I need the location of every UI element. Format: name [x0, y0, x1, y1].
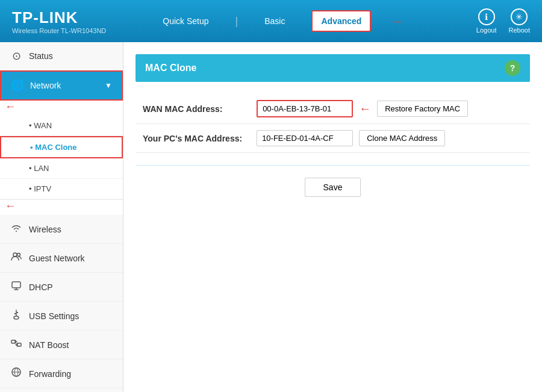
sidebar-item-status[interactable]: ⊙ Status [0, 42, 123, 70]
pc-mac-row: Your PC's MAC Address: Clone MAC Address [136, 124, 530, 153]
brand-name: TP-LINK [12, 8, 106, 27]
sidebar-item-wan[interactable]: • WAN [0, 116, 123, 136]
main-nav: Quick Setup | Basic Advanced ← [154, 10, 403, 32]
dhcp-label: DHCP [29, 282, 53, 292]
sidebar-item-lan[interactable]: • LAN [0, 158, 123, 179]
pc-mac-field-group: Clone MAC Address [257, 130, 523, 146]
sidebar-item-wireless[interactable]: Wireless [0, 215, 123, 244]
network-arrow-icon: ← [5, 101, 16, 113]
page-header-bar: MAC Clone ? [136, 54, 530, 82]
model-name: Wireless Router TL-WR1043ND [12, 27, 106, 34]
sidebar-item-forwarding[interactable]: Forwarding [0, 359, 123, 388]
wireless-icon [10, 222, 23, 236]
reboot-button[interactable]: ✳ Reboot [509, 8, 530, 34]
status-icon: ⊙ [10, 49, 23, 63]
restore-arrow: ← [359, 102, 371, 116]
header: TP-LINK Wireless Router TL-WR1043ND Quic… [0, 0, 542, 42]
sidebar: ⊙ Status 🌐 Network ▼ ← • WAN • MAC Clone… [0, 42, 123, 392]
wan-mac-value-cell: ← Restore Factory MAC [249, 94, 530, 124]
sidebar-item-mac-clone[interactable]: • MAC Clone [0, 136, 123, 158]
pc-mac-input[interactable] [257, 130, 353, 146]
guest-network-label: Guest Network [29, 254, 85, 263]
nat-boost-icon [10, 338, 23, 352]
sidebar-item-network[interactable]: 🌐 Network ▼ [0, 70, 123, 101]
network-label: Network [30, 81, 61, 90]
network-chevron: ▼ [105, 81, 112, 90]
header-actions: ℹ Logout ✳ Reboot [476, 8, 530, 34]
sidebar-item-dhcp[interactable]: DHCP [0, 273, 123, 302]
svg-point-1 [17, 254, 20, 257]
status-label: Status [29, 51, 53, 61]
wan-mac-input[interactable] [257, 100, 353, 117]
logout-icon: ℹ [478, 8, 495, 25]
guest-network-icon [10, 251, 23, 265]
form-divider [136, 165, 530, 166]
mac-clone-form: WAN MAC Address: ← Restore Factory MAC Y… [136, 94, 530, 153]
sidebar-item-usb-settings[interactable]: USB Settings [0, 302, 123, 331]
pc-mac-label: Your PC's MAC Address: [136, 124, 249, 153]
svg-point-0 [13, 253, 17, 257]
main-content: MAC Clone ? WAN MAC Address: ← Restore F… [123, 42, 542, 392]
save-button[interactable]: Save [305, 178, 361, 197]
logout-button[interactable]: ℹ Logout [476, 8, 497, 34]
reboot-icon: ✳ [511, 8, 528, 25]
logo: TP-LINK Wireless Router TL-WR1043ND [12, 8, 106, 34]
forwarding-icon [10, 367, 23, 381]
usb-icon [10, 309, 23, 323]
wan-mac-field-group: ← Restore Factory MAC [257, 100, 523, 117]
page-title: MAC Clone [145, 63, 196, 73]
sidebar-item-nat-boost[interactable]: NAT Boost [0, 331, 123, 359]
mac-clone-arrow-annotation: ← [0, 200, 123, 215]
svg-rect-2 [12, 282, 20, 288]
forwarding-label: Forwarding [29, 369, 71, 379]
network-arrow-annotation: ← [0, 101, 123, 116]
help-button[interactable]: ? [505, 60, 520, 76]
pc-mac-value-cell: Clone MAC Address [249, 124, 530, 153]
sidebar-item-security[interactable]: Security [0, 388, 123, 392]
usb-settings-label: USB Settings [29, 311, 79, 321]
layout: ⊙ Status 🌐 Network ▼ ← • WAN • MAC Clone… [0, 42, 542, 392]
nav-basic[interactable]: Basic [256, 11, 293, 31]
nav-advanced[interactable]: Advanced [311, 10, 371, 32]
wireless-label: Wireless [29, 225, 61, 234]
nav-separator: | [235, 15, 238, 28]
restore-factory-mac-button[interactable]: Restore Factory MAC [377, 101, 468, 117]
wan-mac-row: WAN MAC Address: ← Restore Factory MAC [136, 94, 530, 124]
save-area: Save [136, 178, 530, 197]
wan-mac-label: WAN MAC Address: [136, 94, 249, 124]
sidebar-item-guest-network[interactable]: Guest Network [0, 244, 123, 273]
nav-quick-setup[interactable]: Quick Setup [154, 11, 217, 31]
clone-mac-address-button[interactable]: Clone MAC Address [359, 130, 445, 146]
sidebar-item-iptv[interactable]: • IPTV [0, 179, 123, 199]
network-icon: 🌐 [11, 79, 24, 92]
arrow-annotation: ← [391, 14, 403, 28]
dhcp-icon [10, 280, 23, 294]
network-submenu: • WAN • MAC Clone • LAN • IPTV [0, 116, 123, 200]
mac-clone-arrow-icon: ← [5, 200, 16, 213]
nat-boost-label: NAT Boost [29, 340, 69, 350]
